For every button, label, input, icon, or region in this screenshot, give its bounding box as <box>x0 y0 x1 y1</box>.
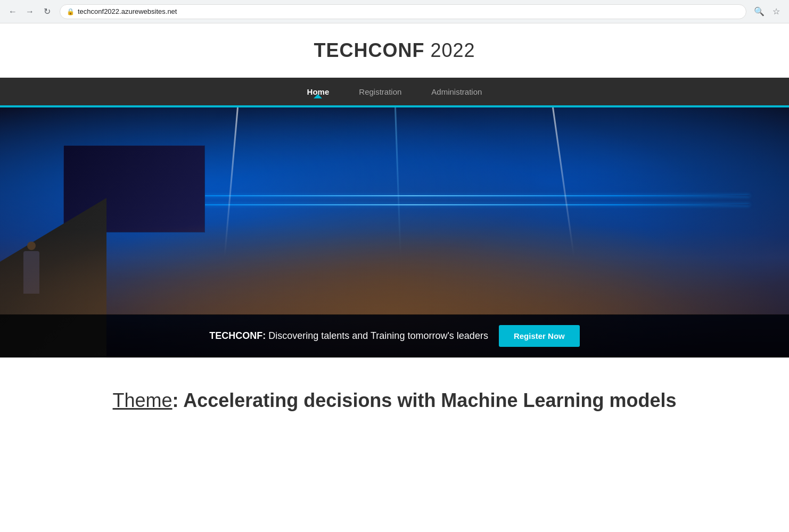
nav-item-home[interactable]: Home <box>303 87 334 96</box>
lock-icon: 🔒 <box>67 8 75 15</box>
hero-section: TECHCONF: Discovering talents and Traini… <box>0 107 789 358</box>
theme-rest: : Accelerating decisions with Machine Le… <box>172 389 677 411</box>
site-title: TECHCONF 2022 <box>0 39 789 62</box>
crowd-layer <box>0 209 789 315</box>
search-button[interactable]: 🔍 <box>753 5 766 18</box>
hero-caption: TECHCONF: Discovering talents and Traini… <box>0 314 789 358</box>
theme-section: Theme: Accelerating decisions with Machi… <box>0 358 789 444</box>
url-text: techconf2022.azurewebsites.net <box>78 7 177 15</box>
main-nav: Home Registration Administration <box>0 78 789 107</box>
site-title-bold: TECHCONF <box>314 39 424 61</box>
address-bar[interactable]: 🔒 techconf2022.azurewebsites.net <box>60 4 746 19</box>
refresh-button[interactable]: ↻ <box>40 5 53 18</box>
back-button[interactable]: ← <box>6 5 19 18</box>
browser-actions: 🔍 ☆ <box>753 5 783 18</box>
bookmark-button[interactable]: ☆ <box>770 5 783 18</box>
nav-inner: Home Registration Administration <box>0 78 789 105</box>
browser-nav-buttons: ← → ↻ <box>6 5 53 18</box>
hero-brand: TECHCONF: <box>209 330 266 341</box>
nav-item-registration[interactable]: Registration <box>355 87 406 96</box>
register-now-button[interactable]: Register Now <box>499 325 580 347</box>
nav-active-indicator <box>314 94 322 98</box>
browser-chrome: ← → ↻ 🔒 techconf2022.azurewebsites.net 🔍… <box>0 0 789 23</box>
hero-caption-text: TECHCONF: Discovering talents and Traini… <box>209 330 488 342</box>
theme-label: Theme <box>113 389 172 411</box>
theme-heading: Theme: Accelerating decisions with Machi… <box>21 389 768 412</box>
page-header: TECHCONF 2022 <box>0 23 789 78</box>
forward-button[interactable]: → <box>23 5 36 18</box>
hero-tagline: Discovering talents and Training tomorro… <box>266 330 488 341</box>
site-title-year: 2022 <box>424 39 475 61</box>
nav-item-administration[interactable]: Administration <box>427 87 486 96</box>
